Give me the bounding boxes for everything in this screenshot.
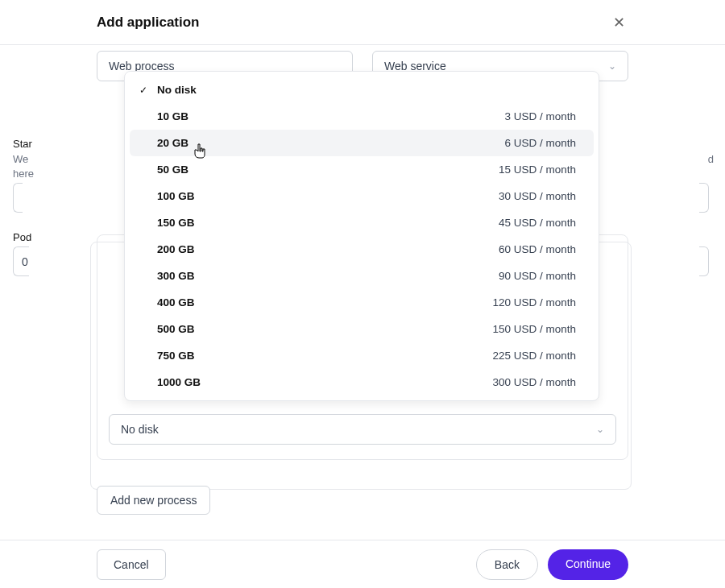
disk-option-label: No disk [157, 84, 197, 96]
disk-option-label: 300 GB [157, 270, 195, 282]
disk-option-price: 15 USD / month [499, 164, 576, 176]
disk-option[interactable]: 10 GB3 USD / month [130, 103, 594, 130]
pod-input-edge-left: 0 [13, 246, 29, 276]
start-help-line1: We [13, 153, 28, 165]
start-input-edge [699, 183, 709, 213]
disk-option[interactable]: 100 GB30 USD / month [130, 183, 594, 209]
pod-input-edge-right [699, 246, 709, 276]
back-button[interactable]: Back [476, 549, 538, 580]
disk-option-label: 1000 GB [157, 376, 201, 388]
disk-option[interactable]: 200 GB60 USD / month [130, 236, 594, 263]
start-help-trail: d [708, 153, 714, 165]
modal-footer: Cancel Back Continue [0, 540, 725, 588]
disk-option[interactable]: 400 GB120 USD / month [130, 289, 594, 316]
modal-header: Add application ✕ [0, 0, 725, 45]
disk-option-label: 50 GB [157, 164, 188, 176]
disk-option-label: 500 GB [157, 323, 195, 335]
disk-option-price: 120 USD / month [492, 296, 576, 308]
disk-option[interactable]: 20 GB6 USD / month [130, 130, 594, 156]
disk-option[interactable]: No disk [130, 77, 594, 103]
disk-option-price: 3 USD / month [504, 110, 576, 122]
disk-size-dropdown: No disk10 GB3 USD / month20 GB6 USD / mo… [124, 71, 599, 401]
disk-option-price: 6 USD / month [504, 137, 576, 149]
disk-option-price: 45 USD / month [499, 217, 576, 229]
chevron-down-icon: ⌄ [596, 424, 604, 435]
disk-option-label: 200 GB [157, 243, 195, 255]
footer-right: Back Continue [476, 549, 628, 580]
disk-option-label: 100 GB [157, 190, 195, 202]
disk-option-price: 30 USD / month [499, 190, 576, 202]
add-process-button[interactable]: Add new process [97, 486, 210, 515]
cancel-button[interactable]: Cancel [97, 549, 166, 580]
disk-option-label: 400 GB [157, 296, 195, 308]
start-help-line2: here [13, 168, 34, 180]
start-input-edge-left [13, 183, 23, 213]
continue-button[interactable]: Continue [548, 549, 628, 580]
disk-size-select[interactable]: No disk ⌄ [109, 414, 616, 445]
pod-label-partial: Pod [13, 231, 31, 243]
close-icon[interactable]: ✕ [609, 13, 628, 32]
disk-option-price: 60 USD / month [499, 243, 576, 255]
disk-option[interactable]: 1000 GB300 USD / month [130, 369, 594, 395]
disk-option-label: 750 GB [157, 350, 195, 362]
page-title: Add application [97, 14, 200, 31]
disk-option-price: 150 USD / month [492, 323, 576, 335]
disk-option[interactable]: 750 GB225 USD / month [130, 342, 594, 369]
disk-option[interactable]: 500 GB150 USD / month [130, 316, 594, 342]
disk-option[interactable]: 50 GB15 USD / month [130, 156, 594, 183]
chevron-down-icon: ⌄ [608, 60, 616, 72]
add-process-row: Add new process [97, 486, 628, 515]
disk-option-price: 225 USD / month [492, 350, 576, 362]
disk-option-price: 300 USD / month [492, 376, 576, 388]
disk-option[interactable]: 300 GB90 USD / month [130, 263, 594, 289]
disk-option-label: 20 GB [157, 137, 188, 149]
start-label-partial: Star [13, 138, 32, 150]
disk-option[interactable]: 150 GB45 USD / month [130, 209, 594, 236]
disk-option-label: 150 GB [157, 217, 195, 229]
disk-option-label: 10 GB [157, 110, 188, 122]
disk-size-value: No disk [121, 423, 159, 436]
disk-option-price: 90 USD / month [499, 270, 576, 282]
